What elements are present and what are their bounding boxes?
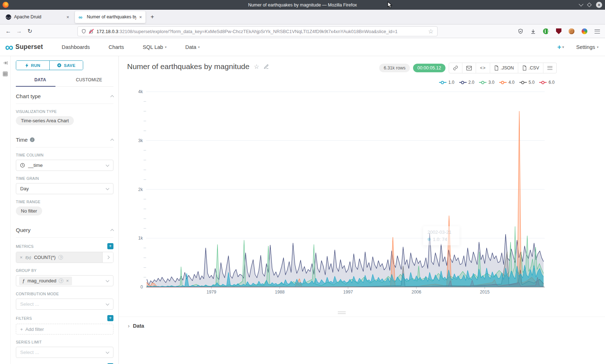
- ublock-extension-icon[interactable]: [556, 28, 561, 34]
- email-button[interactable]: [462, 63, 476, 73]
- tab-close-icon[interactable]: ×: [139, 14, 142, 20]
- export-csv-button[interactable]: .CSV: [518, 63, 543, 73]
- legend-item-5.0[interactable]: 5.0: [519, 80, 535, 85]
- copy-link-button[interactable]: [449, 63, 462, 73]
- legend-item-3.0[interactable]: 3.0: [479, 80, 494, 85]
- url-text[interactable]: 172.18.0.3:32108/superset/explore/?form_…: [97, 29, 425, 34]
- svg-text:1979: 1979: [206, 290, 216, 295]
- tab-earthquakes-active[interactable]: ∞ Numer of earthquakes by ×: [75, 11, 145, 23]
- nav-charts[interactable]: Charts: [109, 44, 124, 50]
- chevron-down-icon: [106, 302, 109, 305]
- window-close-icon[interactable]: ×: [596, 2, 602, 8]
- time-grain-label: TIME GRAIN: [16, 176, 113, 181]
- export-json-button[interactable]: .JSON: [490, 63, 518, 73]
- tab-close-icon[interactable]: ×: [66, 14, 69, 20]
- panel-resize-handle[interactable]: [338, 311, 346, 314]
- green-extension-icon[interactable]: [543, 28, 549, 34]
- reload-button[interactable]: ↻: [24, 28, 35, 35]
- tab-apache-druid[interactable]: Apache Druid ×: [2, 11, 73, 23]
- run-button[interactable]: RUN: [16, 61, 49, 70]
- nav-settings[interactable]: Settings▾: [576, 44, 599, 50]
- nav-sql-lab[interactable]: SQL Lab▾: [143, 44, 166, 50]
- chevron-down-icon: ▾: [198, 45, 200, 49]
- url-bar[interactable]: 172.18.0.3:32108/superset/explore/?form_…: [77, 26, 438, 36]
- legend-item-6.0[interactable]: 6.0: [539, 80, 555, 85]
- timeseries-chart[interactable]: 01k2k3k4k19791988199720062015 2002-03-21…: [119, 86, 605, 302]
- nav-data[interactable]: Data▾: [185, 44, 200, 50]
- chart-menu-button[interactable]: [543, 63, 556, 73]
- svg-text:1997: 1997: [343, 290, 353, 295]
- url-host: 172.18.0.3: [97, 29, 118, 34]
- dataset-rail: [0, 56, 11, 364]
- time-grain-select[interactable]: Day: [16, 183, 113, 194]
- code-icon: <>: [480, 65, 486, 70]
- embed-code-button[interactable]: <>: [476, 63, 490, 73]
- data-panel-label: Data: [133, 323, 144, 329]
- metric-control[interactable]: × f(x) COUNT(*) ?: [16, 252, 113, 263]
- query-duration-badge: 00:00:05.12: [413, 64, 445, 72]
- metrics-label-text: METRICS: [16, 244, 33, 249]
- expand-panel-icon[interactable]: [3, 60, 8, 67]
- time-range-pill[interactable]: No filter: [16, 206, 42, 215]
- section-time[interactable]: Timei: [16, 130, 113, 147]
- add-filter-dropzone[interactable]: + Add filter: [16, 324, 113, 335]
- save-button[interactable]: SAVE: [49, 61, 83, 70]
- groupby-value: mag_rounded: [27, 278, 56, 283]
- back-button[interactable]: ←: [3, 28, 14, 35]
- section-chart-type[interactable]: Chart type: [16, 87, 113, 104]
- file-icon: [522, 65, 526, 70]
- section-query[interactable]: Query: [16, 220, 113, 238]
- groupby-token[interactable]: ƒ mag_rounded ? ×: [19, 277, 72, 285]
- downloads-icon[interactable]: [530, 29, 536, 34]
- svg-text:2006: 2006: [412, 290, 421, 295]
- superset-favicon: ∞: [79, 14, 84, 20]
- new-item-button[interactable]: +▾: [557, 43, 564, 51]
- section-title: Query: [16, 227, 31, 233]
- browser-menu-icon[interactable]: [595, 29, 600, 33]
- series-limit-label: SERIES LIMIT: [16, 340, 113, 344]
- legend-marker-icon: [499, 81, 507, 84]
- metric-token[interactable]: × f(x) COUNT(*) ?: [16, 252, 102, 263]
- dataset-grid-icon[interactable]: [3, 71, 8, 78]
- shield-check-extension-icon[interactable]: [518, 28, 523, 34]
- new-tab-button[interactable]: +: [151, 13, 154, 21]
- edit-pencil-icon[interactable]: [264, 64, 269, 69]
- superset-brand[interactable]: ∞ Superset: [5, 42, 43, 52]
- time-column-label: TIME COLUMN: [16, 153, 113, 157]
- groupby-select[interactable]: ƒ mag_rounded ? ×: [16, 275, 113, 286]
- legend-item-1.0[interactable]: 1.0: [439, 80, 454, 85]
- metric-expand[interactable]: [102, 252, 113, 263]
- tab-data[interactable]: DATA: [16, 75, 65, 86]
- colorful-extension-icon[interactable]: [582, 28, 587, 34]
- add-filter-button[interactable]: +: [107, 315, 113, 321]
- control-panel: RUN SAVE DATA CUSTOMIZE Chart type VISUA…: [11, 56, 119, 364]
- viz-type-pill[interactable]: Time-series Area Chart: [16, 116, 74, 125]
- shield-permissions-icon[interactable]: [81, 29, 86, 34]
- remove-metric-icon[interactable]: ×: [20, 255, 23, 260]
- timeseries-chart-svg[interactable]: 01k2k3k4k19791988199720062015: [119, 86, 605, 302]
- remove-groupby-icon[interactable]: ×: [66, 278, 69, 283]
- legend-item-4.0[interactable]: 4.0: [499, 80, 515, 85]
- svg-text:1988: 1988: [275, 290, 284, 295]
- window-maximize-icon[interactable]: [587, 3, 592, 7]
- window-minimize-icon[interactable]: [579, 2, 583, 6]
- data-panel-header[interactable]: › Data: [119, 317, 605, 329]
- mouse-cursor: [387, 1, 393, 9]
- chart-legend: 1.02.03.04.05.06.0: [439, 80, 555, 85]
- forward-button[interactable]: →: [14, 28, 24, 35]
- bookmark-star-icon[interactable]: ☆: [428, 28, 434, 35]
- cookie-extension-icon[interactable]: [569, 28, 574, 34]
- series-limit-select[interactable]: Select ...: [16, 347, 113, 358]
- nav-dashboards[interactable]: Dashboards: [62, 44, 90, 50]
- nav-label: Charts: [109, 44, 124, 50]
- add-metric-button[interactable]: +: [107, 243, 113, 249]
- contribution-select[interactable]: Select ...: [16, 299, 113, 310]
- legend-label: 4.0: [508, 80, 515, 85]
- favorite-star-icon[interactable]: ☆: [254, 63, 259, 70]
- time-column-select[interactable]: __time: [16, 160, 113, 171]
- clock-icon: [20, 163, 25, 168]
- insecure-lock-icon[interactable]: [89, 29, 94, 34]
- screen: Numer of earthquakes by magnitude — Mozi…: [0, 0, 605, 364]
- legend-item-2.0[interactable]: 2.0: [459, 80, 475, 85]
- tab-customize[interactable]: CUSTOMIZE: [65, 75, 114, 86]
